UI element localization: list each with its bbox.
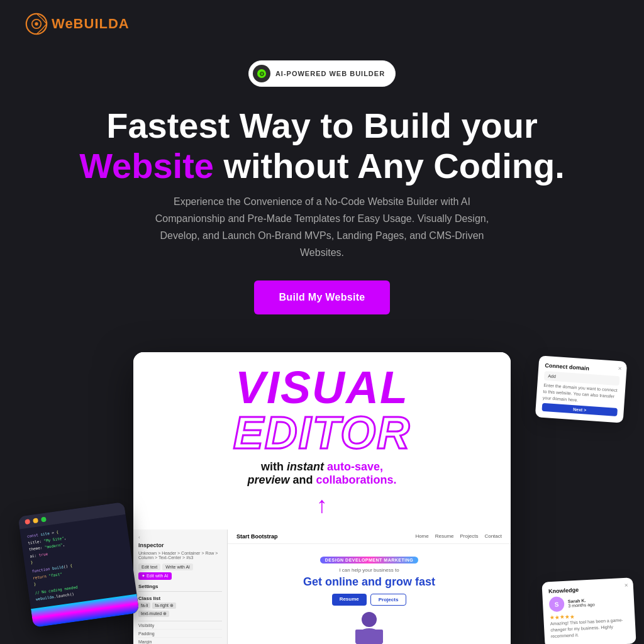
knowledge-panel: × Knowledge S Sarah K. 3 months ago ★★★★… [541,577,636,644]
dot-green [41,517,47,523]
badge-text: AI-POWERED WEB BUILDER [275,70,385,77]
inspector-buttons: Edit text Write with AI ✦ Edit with AI [138,564,222,580]
site-nav: Start Bootstrap Home Resume Projects Con… [228,530,511,544]
arrow-up-icon: ↑ [146,492,498,518]
inspector-breadcrumb: Unknown > Header > Container > Row > Col… [138,551,222,560]
visibility-label: Visibility [138,623,222,628]
hero-title: Fastest Way to Build your Website withou… [50,106,594,187]
svg-point-5 [362,612,377,627]
panel-user-info: Sarah K. 3 months ago [568,597,595,608]
cta-button[interactable]: Build My Website [254,280,391,314]
hero-subtitle: Experience the Convenience of a No-Code … [146,193,498,262]
panel-avatar: S [549,596,565,612]
nav-projects: Projects [460,533,479,539]
site-sub: I can help your business to [236,567,502,573]
edit-text-btn[interactable]: Edit text [138,564,160,570]
edit-with-ai-btn[interactable]: ✦ Edit with AI [138,572,172,580]
padding-label: Padding [138,631,222,636]
tag-fa-right: fa-right ⊕ [152,602,176,609]
site-hero-area: DESIGN DEVELOPMENT MARKETING I can help … [228,544,511,644]
badge-container: ⚙ AI-POWERED WEB BUILDER [0,60,644,87]
panel-user-meta: 3 months ago [568,602,595,608]
inspector-panel: ‹ Inspector Unknown > Header > Container… [133,530,228,644]
dot-yellow [33,518,38,524]
browser-inner: ‹ Inspector Unknown > Header > Container… [133,530,511,644]
site-pill: DESIGN DEVELOPMENT MARKETING [320,557,418,564]
dot-red [25,519,30,525]
connect-domain-panel: × Connect domain Add Enter the domain yo… [535,355,628,423]
site-btn-resume[interactable]: Resume [332,594,367,606]
panel-close-bottom[interactable]: × [625,581,628,588]
site-btn-projects[interactable]: Projects [370,594,407,606]
site-preview: Start Bootstrap Home Resume Projects Con… [228,530,511,644]
panel-top-text: Enter the domain you want to connect to … [543,382,619,406]
main-browser: VISUAL EDITOR with instant auto-save, pr… [133,352,511,644]
visual-text: VISUAL [146,365,498,410]
code-body: const site = { title: "My Site", theme: … [19,514,136,609]
logo-text: WeBUILDA [52,16,130,32]
editor-text: EDITOR [146,410,498,455]
panel-close-top[interactable]: × [618,365,622,372]
header: WeBUILDA [0,0,644,48]
inspector-title: Inspector [138,542,222,548]
svg-point-2 [35,22,38,25]
site-title: Get online and grow fast [236,575,502,589]
hero-section: Fastest Way to Build your Website withou… [0,87,644,327]
nav-resume: Resume [435,533,454,539]
tag-text-muted: text-muted ⊕ [138,611,169,617]
preview-section: const site = { title: "My Site", theme: … [0,352,644,644]
svg-text:⚙: ⚙ [258,70,264,77]
margin-label: Margin [138,640,222,644]
site-brand: Start Bootstrap [236,533,278,540]
site-buttons: Resume Projects [236,594,502,606]
tag-fa-li: fa-li [138,602,150,608]
class-tags: fa-li fa-right ⊕ [138,602,222,609]
write-with-ai-btn[interactable]: Write with AI [162,564,193,570]
code-panel: const site = { title: "My Site", theme: … [18,502,139,628]
panel-review-text: Amazing! This tool has been a game-chang… [550,616,630,639]
panel-bottom-title: Knowledge [548,584,627,595]
person-silhouette [236,612,502,644]
nav-home: Home [415,533,428,539]
badge-icon: ⚙ [253,65,270,82]
ai-badge: ⚙ AI-POWERED WEB BUILDER [248,60,396,87]
visual-editor-area: VISUAL EDITOR with instant auto-save, pr… [133,352,511,530]
instant-caption: with instant auto-save, preview and coll… [146,460,498,487]
logo[interactable]: WeBUILDA [25,13,130,35]
class-list-label: Class list [138,596,222,601]
nav-contact: Contact [484,533,502,539]
logo-icon [25,13,48,35]
site-nav-links: Home Resume Projects Contact [415,533,502,539]
panel-user-row: S Sarah K. 3 months ago [549,593,628,613]
settings-label: Settings [138,584,222,589]
svg-rect-7 [355,630,383,643]
